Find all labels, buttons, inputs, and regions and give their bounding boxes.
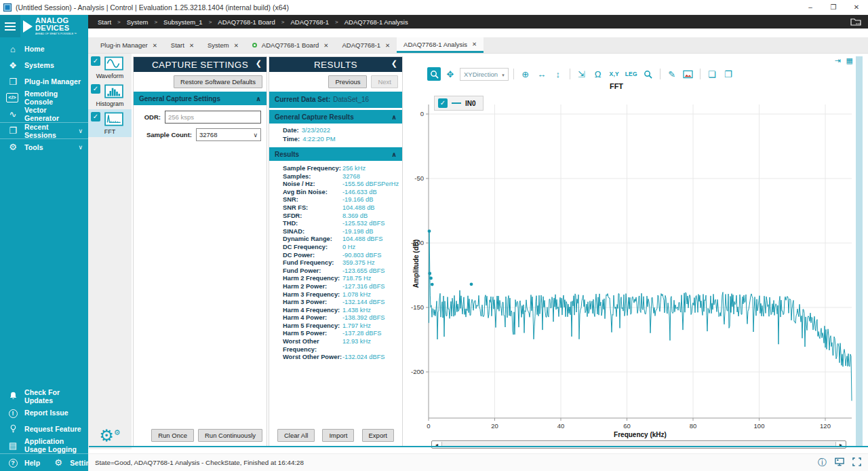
- export-image-button[interactable]: ❏: [705, 67, 719, 81]
- sample-count-dropdown[interactable]: 32768 ∨: [196, 128, 261, 141]
- snapshot-button[interactable]: [682, 67, 695, 81]
- checkbox-checked-icon[interactable]: ✓: [91, 84, 100, 94]
- breadcrumb-item-subsystem-1[interactable]: Subsystem_1: [163, 18, 203, 26]
- result-row-snr-fs: SNR FS:104.488 dB: [283, 204, 399, 212]
- tab-adaq7768-1-board[interactable]: ADAQ7768-1 Board✕: [245, 37, 336, 53]
- restore-software-defaults-button[interactable]: Restore Software Defaults: [174, 75, 262, 88]
- view-waveform[interactable]: ✓Waveform: [88, 54, 132, 81]
- fit-vertical-button[interactable]: ↕: [551, 67, 565, 81]
- breadcrumb-item-adaq7768-1-board[interactable]: ADAQ7768-1 Board: [218, 18, 275, 26]
- sidebar-item-report-issue[interactable]: !Report Issue: [0, 404, 88, 421]
- tab-adaq7768-1-analysis[interactable]: ADAQ7768-1 Analysis✕: [397, 37, 484, 53]
- result-value: 359.375 Hz: [342, 259, 375, 267]
- run-continuously-button[interactable]: Run Continuously: [198, 429, 262, 442]
- fullscreen-icon[interactable]: [852, 457, 861, 468]
- tab-system[interactable]: System✕: [201, 37, 245, 53]
- results-panel: RESULTS ❮ Previous Next Current Data Set…: [269, 56, 403, 447]
- chevron-up-icon[interactable]: ∧: [256, 95, 261, 102]
- sidebar-item-vector-generator[interactable]: ∿Vector Generator: [0, 106, 88, 122]
- data-grid-icon[interactable]: ▦: [846, 56, 853, 65]
- tab-close-icon[interactable]: ✕: [385, 42, 390, 49]
- next-button[interactable]: Next: [371, 75, 398, 88]
- tab-close-icon[interactable]: ✕: [189, 42, 194, 49]
- sidebar-item-recent-sessions[interactable]: ❐Recent Sessions∨: [0, 122, 88, 138]
- chevron-down-icon: ∨: [78, 128, 83, 134]
- tab-close-icon[interactable]: ✕: [472, 41, 477, 48]
- clear-all-button[interactable]: Clear All: [277, 429, 315, 442]
- zoom-select-button[interactable]: [427, 67, 441, 81]
- minimize-button[interactable]: –: [799, 0, 822, 14]
- tab-adaq7768-1[interactable]: ADAQ7768-1✕: [335, 37, 397, 53]
- impedance-button[interactable]: Ω: [591, 67, 605, 81]
- breadcrumb-item-adaq7768-1[interactable]: ADAQ7768-1: [291, 18, 330, 26]
- tab-close-icon[interactable]: ✕: [323, 42, 328, 49]
- import-button[interactable]: Import: [322, 429, 354, 442]
- view-histogram[interactable]: ✓Histogram: [88, 81, 132, 109]
- result-label: DC Frequency:: [283, 244, 342, 252]
- legend-toggle-button[interactable]: LEG: [624, 67, 639, 81]
- recent-sessions-icon: ❐: [6, 126, 20, 135]
- plugin-manager-icon: ❒: [6, 77, 20, 86]
- pan-button[interactable]: ✥: [443, 67, 457, 81]
- horizontal-scrollbar[interactable]: ◄ ►: [431, 440, 846, 449]
- sidebar-item-systems[interactable]: ❖Systems: [0, 57, 88, 73]
- tab-close-icon[interactable]: ✕: [153, 42, 157, 49]
- sidebar-item-application-usage-logging[interactable]: ▤Application Usage Logging: [0, 437, 88, 453]
- annotate-button[interactable]: ✎: [665, 67, 679, 81]
- remote-session-icon[interactable]: [835, 457, 844, 468]
- svg-text:-200: -200: [411, 368, 424, 375]
- export-data-button[interactable]: ❐: [722, 67, 735, 81]
- sidebar-item-home[interactable]: ⌂Home: [0, 41, 88, 57]
- fit-all-button[interactable]: ⇲: [575, 67, 589, 81]
- xy-direction-dropdown[interactable]: XYDirection▾: [460, 68, 509, 81]
- hamburger-menu-button[interactable]: [0, 15, 20, 37]
- toolbar-separator: [660, 69, 660, 79]
- breadcrumb-item-system[interactable]: System: [127, 18, 149, 26]
- open-session-icon[interactable]: [850, 17, 861, 27]
- dock-panel-icon[interactable]: ⇥: [834, 56, 840, 65]
- info-icon[interactable]: ⓘ: [818, 458, 827, 467]
- close-button[interactable]: ✕: [845, 0, 868, 14]
- run-once-button[interactable]: Run Once: [151, 429, 194, 442]
- zoom-region-button[interactable]: [642, 67, 655, 81]
- dropdown-label: XYDirection: [464, 71, 498, 78]
- result-label: Dynamic Range:: [283, 236, 342, 244]
- chevron-up-icon[interactable]: ∧: [391, 113, 397, 121]
- odr-label: ODR:: [139, 113, 165, 121]
- sidebar-item-tools[interactable]: ⚙Tools∨: [0, 138, 88, 155]
- chevron-up-icon[interactable]: ∧: [391, 151, 397, 158]
- sidebar-item-remoting-console[interactable]: </>Remoting Console: [0, 90, 88, 106]
- collapse-panel-icon[interactable]: ❮: [256, 59, 262, 68]
- result-value: -137.28 dBFS: [342, 330, 381, 338]
- tab-label: ADAQ7768-1 Board: [262, 41, 319, 49]
- breadcrumb-item-start[interactable]: Start: [98, 18, 111, 26]
- result-value: 104.488 dB: [342, 204, 375, 212]
- tab-plug-in-manager[interactable]: Plug-in Manager✕: [94, 37, 164, 53]
- checkbox-checked-icon[interactable]: ✓: [91, 56, 100, 66]
- tab-close-icon[interactable]: ✕: [234, 42, 239, 49]
- xy-values-button[interactable]: X,Y: [608, 67, 621, 81]
- fit-horizontal-button[interactable]: ↔: [535, 67, 549, 81]
- checkbox-checked-icon[interactable]: ✓: [91, 112, 100, 121]
- sidebar-item-help[interactable]: ? Help: [0, 454, 45, 471]
- sidebar-item-check-for-updates[interactable]: Check For Updates: [0, 388, 88, 404]
- previous-button[interactable]: Previous: [328, 75, 367, 88]
- breadcrumb-item-adaq7768-1-analysis[interactable]: ADAQ7768-1 Analysis: [344, 18, 408, 26]
- export-button[interactable]: Export: [362, 429, 394, 442]
- center-cursor-button[interactable]: ⊕: [519, 67, 532, 81]
- tab-start[interactable]: Start✕: [164, 37, 201, 53]
- date-label: Date:: [283, 126, 299, 135]
- result-value: -127.316 dBFS: [342, 283, 385, 291]
- sidebar-item-request-feature[interactable]: Request Feature: [0, 421, 88, 437]
- restore-button[interactable]: ❐: [822, 0, 845, 14]
- odr-input[interactable]: [165, 111, 261, 124]
- fft-plot[interactable]: 0-50-100-150-200020406080100120: [404, 100, 854, 434]
- general-capture-results-section: General Capture Results: [275, 113, 354, 121]
- sidebar-item-plug-in-manager[interactable]: ❒Plug-in Manager: [0, 73, 88, 90]
- collapse-panel-icon[interactable]: ❮: [391, 59, 397, 68]
- collapsed-side-strip[interactable]: [856, 56, 863, 447]
- tab-status-dot: [252, 43, 257, 48]
- view-fft[interactable]: ✓FFT: [88, 109, 132, 137]
- result-row-harm-5-frequency: Harm 5 Frequency:1.797 kHz: [283, 322, 399, 331]
- result-row-fund-power: Fund Power:-123.655 dBFS: [283, 267, 399, 276]
